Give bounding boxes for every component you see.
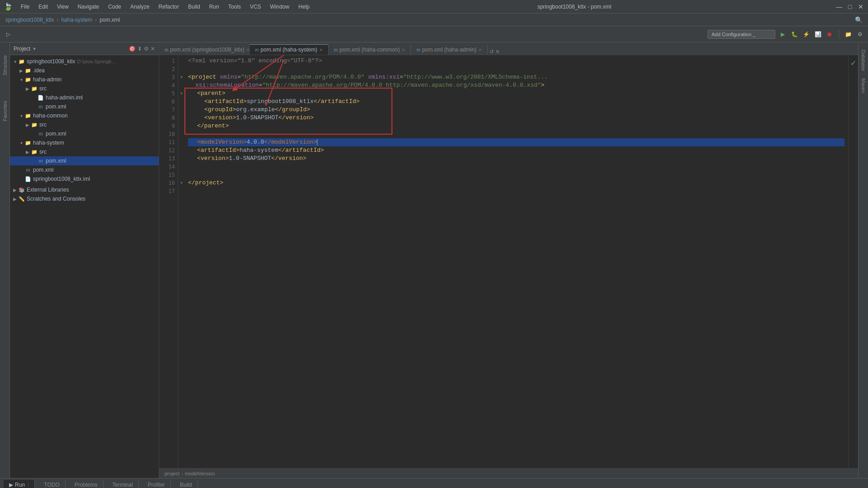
project-settings-icon[interactable]: ⚙ (144, 46, 149, 52)
right-sidebar: Database Maven (858, 42, 868, 478)
menu-tools[interactable]: Tools (225, 3, 245, 11)
bottom-tab-build[interactable]: Build (175, 480, 198, 488)
ext-libs-arrow-icon: ▶ (12, 188, 18, 192)
path-modelversion[interactable]: modelVersion (185, 471, 215, 476)
tree-item-scratches[interactable]: ▶ ✏️ Scratches and Consoles (10, 194, 159, 203)
code-line-12: <artifactId>haha-system</artifactId> (188, 146, 844, 155)
bottom-tab-terminal[interactable]: Terminal (107, 480, 139, 488)
search-everywhere-icon[interactable]: 🔍 (855, 16, 863, 23)
bottom-tab-run[interactable]: ▶ Run : (4, 480, 35, 488)
root-iml-icon: 📄 (24, 175, 32, 183)
project-dropdown-icon[interactable]: ▾ (33, 46, 36, 52)
bottom-tab-todo[interactable]: TODO (38, 480, 65, 488)
code-line-14 (188, 163, 844, 171)
maximize-button[interactable]: □ (846, 3, 854, 10)
tab-pom-haha-system[interactable]: m pom.xml (haha-system) ✕ (250, 44, 329, 55)
haha-common-label: haha-common (33, 113, 68, 119)
add-configuration-button[interactable]: Add Configuration _ (708, 30, 775, 39)
run-anything-icon[interactable]: ▷ (4, 30, 13, 39)
menu-file[interactable]: File (17, 3, 33, 11)
tab-ktlx-close[interactable]: ✕ (246, 47, 250, 52)
scratches-label: Scratches and Consoles (27, 196, 85, 202)
window-controls: — □ ✕ (835, 3, 864, 10)
tab-system-close[interactable]: ✕ (319, 47, 323, 52)
scratches-arrow-icon: ▶ (12, 197, 18, 202)
minimize-button[interactable]: — (835, 3, 843, 10)
tree-item-haha-admin-src[interactable]: ▶ 📁 src (10, 84, 159, 93)
editor-tabs: m pom.xml (springboot1008_ktlx) ✕ m pom.… (159, 42, 858, 55)
root-pom-icon: m (24, 166, 32, 174)
breadcrumb-sep1: › (57, 17, 58, 23)
tree-item-haha-admin[interactable]: ▾ 📁 haha-admin (10, 75, 159, 84)
profile-button[interactable]: 📊 (813, 30, 822, 39)
project-structure-icon[interactable]: 📁 (844, 30, 853, 39)
breadcrumb: springboot1008_ktlx › haha-system › pom.… (0, 14, 868, 26)
problems-tab-label: Problems (75, 482, 98, 488)
tree-item-haha-common[interactable]: ▾ 📁 haha-common (10, 111, 159, 120)
tree-item-haha-admin-iml[interactable]: 📄 haha-admin.iml (10, 93, 159, 102)
maven-panel-label[interactable]: Maven (859, 75, 868, 97)
tree-root[interactable]: ▾ 📁 springboot1008_ktlx D:\java-Springb.… (10, 57, 159, 66)
admin-iml-icon: 📄 (37, 94, 44, 101)
tab-pom-haha-admin[interactable]: m pom.xml (haha-admin) ✕ (411, 45, 487, 55)
right-gutter: ✓ (848, 55, 858, 468)
database-panel-label[interactable]: Database (859, 46, 868, 75)
menu-vcs[interactable]: VCS (246, 3, 265, 11)
tab-common-close[interactable]: ✕ (401, 47, 405, 52)
close-button[interactable]: ✕ (857, 3, 864, 10)
common-pom-label: pom.xml (46, 131, 66, 137)
reload-file-icon[interactable]: ↺ (490, 49, 494, 55)
system-pom-label: pom.xml (46, 158, 66, 164)
menu-window[interactable]: Window (266, 3, 293, 11)
menu-edit[interactable]: Edit (35, 3, 52, 11)
menu-analyze[interactable]: Analyze (127, 3, 153, 11)
favorites-panel-label[interactable]: Favorites (0, 97, 9, 125)
tree-item-haha-common-src[interactable]: ▶ 📁 src (10, 120, 159, 129)
fold-gutter: ▾ ▾ ▾ (178, 55, 184, 468)
cursor (317, 139, 317, 145)
code-editor[interactable]: <?xml version="1.0" encoding="UTF-8"?> <… (184, 55, 848, 468)
settings-icon[interactable]: ⚙ (855, 30, 864, 39)
tree-item-external-libs[interactable]: ▶ 📚 External Libraries (10, 185, 159, 194)
stop-button[interactable]: ⏹ (825, 30, 834, 39)
tree-item-haha-common-pom[interactable]: m pom.xml (10, 129, 159, 138)
tree-item-root-pom[interactable]: m pom.xml (10, 165, 159, 174)
debug-button[interactable]: 🐛 (790, 30, 799, 39)
no-errors-checkmark: ✓ (850, 59, 856, 67)
menu-code[interactable]: Code (104, 3, 125, 11)
close-tab-icon[interactable]: ✕ (495, 49, 500, 55)
path-project[interactable]: project (165, 471, 179, 476)
code-line-17 (188, 187, 844, 195)
common-src-folder-icon: 📁 (31, 121, 38, 128)
haha-common-folder-icon: 📁 (24, 112, 32, 119)
menu-refactor[interactable]: Refactor (155, 3, 183, 11)
tree-item-haha-system-src[interactable]: ▶ 📁 src (10, 147, 159, 156)
tree-item-haha-system-pom[interactable]: m pom.xml (10, 156, 159, 165)
menu-run[interactable]: Run (206, 3, 223, 11)
left-sidebar: Structure Favorites (0, 42, 10, 478)
code-line-9: </parent> (188, 122, 844, 130)
tree-item-haha-admin-pom[interactable]: m pom.xml (10, 102, 159, 111)
menu-navigate[interactable]: Navigate (74, 3, 103, 11)
root-folder-icon: 📁 (18, 58, 25, 65)
bottom-tab-profiler[interactable]: Profiler (142, 480, 171, 488)
menu-help[interactable]: Help (295, 3, 313, 11)
tab-pom-haha-common[interactable]: m pom.xml (haha-common) ✕ (329, 45, 411, 55)
close-project-panel-icon[interactable]: ✕ (151, 46, 155, 52)
tab-pom-ktlx[interactable]: m pom.xml (springboot1008_ktlx) ✕ (159, 45, 250, 55)
admin-iml-label: haha-admin.iml (46, 94, 83, 101)
collapse-all-icon[interactable]: ⬇ (137, 46, 142, 52)
tab-admin-close[interactable]: ✕ (478, 47, 482, 52)
breadcrumb-project[interactable]: springboot1008_ktlx (5, 17, 54, 23)
structure-panel-label[interactable]: Structure (0, 52, 9, 79)
breadcrumb-module[interactable]: haha-system (61, 17, 92, 23)
tree-item-haha-system[interactable]: ▾ 📁 haha-system (10, 138, 159, 147)
bottom-tab-problems[interactable]: Problems (69, 480, 104, 488)
menu-view[interactable]: View (53, 3, 72, 11)
tree-item-idea[interactable]: ▶ 📁 .idea (10, 66, 159, 75)
menu-build[interactable]: Build (184, 3, 204, 11)
run-button[interactable]: ▶ (778, 30, 787, 39)
coverage-button[interactable]: ⚡ (802, 30, 811, 39)
scroll-to-file-icon[interactable]: 🎯 (129, 46, 136, 52)
tree-item-root-iml[interactable]: 📄 springboot1008_ktlx.iml (10, 174, 159, 183)
